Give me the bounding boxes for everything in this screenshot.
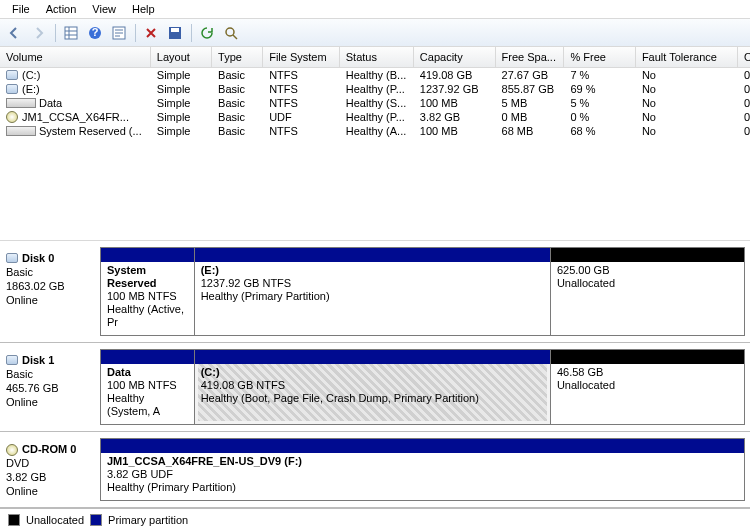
menu-help[interactable]: Help: [124, 1, 163, 17]
disk-size: 1863.02 GB: [6, 279, 94, 293]
partition-sub: 3.82 GB UDF: [107, 468, 738, 481]
partition-status: Unallocated: [557, 379, 738, 392]
col-free[interactable]: Free Spa...: [496, 47, 565, 68]
partition-title: Data: [107, 366, 188, 379]
partition-body: Data 100 MB NTFS Healthy (System, A: [101, 364, 194, 424]
cell: 0 %: [564, 110, 635, 124]
table-row[interactable]: JM1_CCSA_X64FR...SimpleBasicUDFHealthy (…: [0, 110, 750, 124]
back-button[interactable]: [4, 22, 26, 44]
legend-unallocated: Unallocated: [26, 514, 84, 526]
col-overhead[interactable]: Overhead: [738, 47, 750, 68]
col-volume[interactable]: Volume: [0, 47, 151, 68]
col-layout[interactable]: Layout: [151, 47, 212, 68]
properties-button[interactable]: [108, 22, 130, 44]
partition-body: JM1_CCSA_X64FRE_EN-US_DV9 (F:) 3.82 GB U…: [101, 453, 744, 500]
disk-icon: [6, 444, 18, 456]
table-row[interactable]: (E:)SimpleBasicNTFSHealthy (P...1237.92 …: [0, 82, 750, 96]
partition[interactable]: (E:) 1237.92 GB NTFS Healthy (Primary Pa…: [194, 247, 551, 336]
disk-name: Disk 0: [6, 251, 94, 265]
cell: Healthy (P...: [340, 110, 414, 124]
cell: 27.67 GB: [496, 68, 565, 82]
volume-icon: [6, 111, 18, 123]
cell: 3.82 GB: [414, 110, 496, 124]
cell: Basic: [212, 68, 263, 82]
partition[interactable]: 46.58 GB Unallocated: [550, 349, 745, 425]
disk-icon: [6, 253, 18, 263]
volume-name: JM1_CCSA_X64FR...: [22, 111, 129, 123]
partition[interactable]: 625.00 GB Unallocated: [550, 247, 745, 336]
partition-title: System Reserved: [107, 264, 188, 290]
disk-row[interactable]: Disk 0 Basic 1863.02 GB Online System Re…: [0, 241, 750, 343]
col-status[interactable]: Status: [340, 47, 414, 68]
disk-meta: Disk 0 Basic 1863.02 GB Online: [6, 247, 94, 336]
disk-row[interactable]: CD-ROM 0 DVD 3.82 GB Online JM1_CCSA_X64…: [0, 432, 750, 508]
delete-button[interactable]: [140, 22, 162, 44]
cell: 0%: [738, 68, 750, 82]
partition-status: Healthy (Primary Partition): [107, 481, 738, 494]
partition-body: 625.00 GB Unallocated: [551, 262, 744, 296]
disk-name: CD-ROM 0: [6, 442, 94, 456]
cell: No: [636, 96, 738, 110]
menu-file[interactable]: File: [4, 1, 38, 17]
cell: 0%: [738, 124, 750, 138]
disk-state: Online: [6, 484, 94, 498]
table-row[interactable]: (C:)SimpleBasicNTFSHealthy (B...419.08 G…: [0, 68, 750, 82]
legend-swatch-primary: [90, 514, 102, 526]
volume-table[interactable]: Volume Layout Type File System Status Ca…: [0, 47, 750, 138]
table-row[interactable]: System Reserved (...SimpleBasicNTFSHealt…: [0, 124, 750, 138]
legend-swatch-unallocated: [8, 514, 20, 526]
partition-title: JM1_CCSA_X64FRE_EN-US_DV9 (F:): [107, 455, 738, 468]
partition-stripe: [551, 248, 744, 262]
search-button[interactable]: [220, 22, 242, 44]
partition-stripe: [101, 350, 194, 364]
partition[interactable]: JM1_CCSA_X64FRE_EN-US_DV9 (F:) 3.82 GB U…: [100, 438, 745, 501]
help-button[interactable]: ?: [84, 22, 106, 44]
partition-container: Data 100 MB NTFS Healthy (System, A (C:)…: [100, 349, 744, 425]
table-view-button[interactable]: [60, 22, 82, 44]
volume-table-wrap: Volume Layout Type File System Status Ca…: [0, 47, 750, 138]
legend: Unallocated Primary partition: [0, 508, 750, 530]
partition-title: (E:): [201, 264, 544, 277]
toolbar-separator: [132, 22, 138, 44]
volume-icon: [6, 84, 18, 94]
cell: NTFS: [263, 68, 340, 82]
volume-name: (C:): [22, 69, 40, 81]
disk-meta: Disk 1 Basic 465.76 GB Online: [6, 349, 94, 425]
cell: 0%: [738, 96, 750, 110]
partition-sub: 1237.92 GB NTFS: [201, 277, 544, 290]
disk-row[interactable]: Disk 1 Basic 465.76 GB Online Data 100 M…: [0, 343, 750, 432]
col-capacity[interactable]: Capacity: [414, 47, 496, 68]
cell: No: [636, 68, 738, 82]
cell: 5 %: [564, 96, 635, 110]
col-type[interactable]: Type: [212, 47, 263, 68]
disk-meta: CD-ROM 0 DVD 3.82 GB Online: [6, 438, 94, 501]
col-fault[interactable]: Fault Tolerance: [636, 47, 738, 68]
refresh-button[interactable]: [196, 22, 218, 44]
partition[interactable]: (C:) 419.08 GB NTFS Healthy (Boot, Page …: [194, 349, 551, 425]
partition[interactable]: Data 100 MB NTFS Healthy (System, A: [100, 349, 195, 425]
cell: 5 MB: [496, 96, 565, 110]
table-row[interactable]: DataSimpleBasicNTFSHealthy (S...100 MB5 …: [0, 96, 750, 110]
cell: NTFS: [263, 82, 340, 96]
partition-sub: 100 MB NTFS: [107, 290, 188, 303]
menu-view[interactable]: View: [84, 1, 124, 17]
partition-body: (E:) 1237.92 GB NTFS Healthy (Primary Pa…: [195, 262, 550, 309]
partition-body: System Reserved 100 MB NTFS Healthy (Act…: [101, 262, 194, 335]
save-button[interactable]: [164, 22, 186, 44]
partition-status: Healthy (System, A: [107, 392, 188, 418]
disk-size: 465.76 GB: [6, 381, 94, 395]
disk-type: Basic: [6, 367, 94, 381]
partition[interactable]: System Reserved 100 MB NTFS Healthy (Act…: [100, 247, 195, 336]
cell: 1237.92 GB: [414, 82, 496, 96]
cell: Healthy (S...: [340, 96, 414, 110]
col-pctfree[interactable]: % Free: [564, 47, 635, 68]
table-header-row[interactable]: Volume Layout Type File System Status Ca…: [0, 47, 750, 68]
col-fs[interactable]: File System: [263, 47, 340, 68]
partition-sub: 46.58 GB: [557, 366, 738, 379]
partition-body: (C:) 419.08 GB NTFS Healthy (Boot, Page …: [195, 364, 550, 411]
menu-action[interactable]: Action: [38, 1, 85, 17]
cell: No: [636, 124, 738, 138]
partition-status: Healthy (Boot, Page File, Crash Dump, Pr…: [201, 392, 544, 405]
forward-button[interactable]: [28, 22, 50, 44]
menu-bar: File Action View Help: [0, 0, 750, 19]
